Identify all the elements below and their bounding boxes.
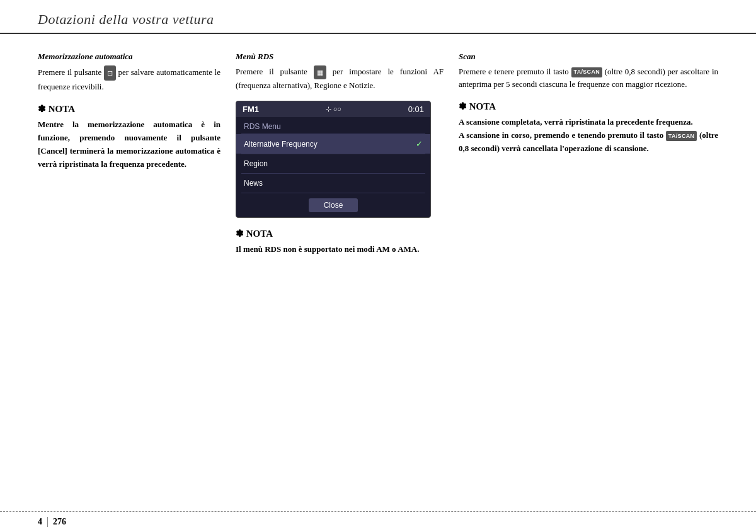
rds-screen-header: FM1 ⊹ ○○ 0:01 bbox=[236, 101, 430, 117]
rds-menu-item-news: News bbox=[236, 174, 430, 193]
rds-button-icon bbox=[314, 65, 326, 79]
section-title-rds: Menù RDS bbox=[236, 52, 444, 62]
nota-text-right: A scansione completata, verrà ripristina… bbox=[459, 116, 718, 155]
page-header: Dotazioni della vostra vettura bbox=[0, 0, 756, 34]
column-left: Memorizzazione automatica Premere il pul… bbox=[38, 52, 220, 256]
section-title-memorizzazione: Memorizzazione automatica bbox=[38, 52, 220, 62]
page-footer: 4 276 bbox=[0, 511, 756, 532]
body-rds: Premere il pulsante per impostare le fun… bbox=[236, 65, 444, 92]
nota-text-right-1: A scansione completata, verrà ripristina… bbox=[459, 117, 693, 127]
page-title: Dotazioni della vostra vettura bbox=[38, 11, 718, 28]
rds-menu-item-af: Alternative Frequency ✓ bbox=[236, 134, 430, 154]
nota-text-mid: Il menù RDS non è supportato nei modi AM… bbox=[236, 243, 444, 256]
nota-box-rds: ✽ NOTA Il menù RDS non è supportato nei … bbox=[236, 228, 444, 256]
body-memorizzazione: Premere il pulsante per salvare automati… bbox=[38, 65, 220, 93]
rds-close-area: Close bbox=[236, 193, 430, 217]
footer-chapter: 4 bbox=[38, 517, 48, 527]
nota-title-right: ✽ NOTA bbox=[459, 101, 718, 112]
nota-title-left: ✽ NOTA bbox=[38, 103, 220, 115]
nota-title-mid: ✽ NOTA bbox=[236, 228, 444, 239]
nota-text-right-2: A scansione in corso, premendo e tenendo… bbox=[459, 130, 663, 140]
rds-menu-title: RDS Menu bbox=[236, 117, 430, 133]
tascan-icon-2: TA/SCAN bbox=[666, 131, 697, 141]
column-right: Scan Premere e tenere premuto il tasto T… bbox=[459, 52, 718, 256]
camera-icon bbox=[104, 65, 116, 81]
rds-check-af: ✓ bbox=[416, 139, 423, 149]
rds-menu-item-region: Region bbox=[236, 154, 430, 173]
content-area: Memorizzazione automatica Premere il pul… bbox=[0, 34, 756, 256]
body-text-premere: Premere il pulsante bbox=[38, 67, 101, 77]
tascan-icon-1: TA/SCAN bbox=[571, 67, 602, 77]
section-title-scan: Scan bbox=[459, 52, 718, 62]
footer-page: 276 bbox=[53, 517, 66, 527]
rds-item-label-news: News bbox=[244, 179, 263, 188]
body-scan: Premere e tenere premuto il tasto TA/SCA… bbox=[459, 65, 718, 91]
column-mid: Menù RDS Premere il pulsante per imposta… bbox=[236, 52, 444, 256]
body-text-premere-rds: Premere il pulsante bbox=[236, 67, 307, 76]
rds-screen: FM1 ⊹ ○○ 0:01 RDS Menu Alternative Frequ… bbox=[236, 101, 431, 218]
nota-box-scan: ✽ NOTA A scansione completata, verrà rip… bbox=[459, 101, 718, 155]
rds-item-label-region: Region bbox=[244, 159, 268, 168]
rds-close-button[interactable]: Close bbox=[309, 198, 358, 212]
rds-time: 0:01 bbox=[408, 105, 424, 114]
nota-star-left: ✽ NOTA bbox=[38, 103, 75, 115]
nota-box-memorizzazione: ✽ NOTA Mentre la memorizzazione automati… bbox=[38, 103, 220, 171]
rds-icons: ⊹ ○○ bbox=[326, 105, 341, 113]
rds-item-label-af: Alternative Frequency bbox=[244, 140, 318, 149]
nota-text-left: Mentre la memorizzazione automatica è in… bbox=[38, 118, 220, 171]
nota-star-mid: ✽ NOTA bbox=[236, 228, 273, 239]
rds-fm-label: FM1 bbox=[243, 105, 259, 114]
nota-star-right: ✽ NOTA bbox=[459, 101, 496, 112]
